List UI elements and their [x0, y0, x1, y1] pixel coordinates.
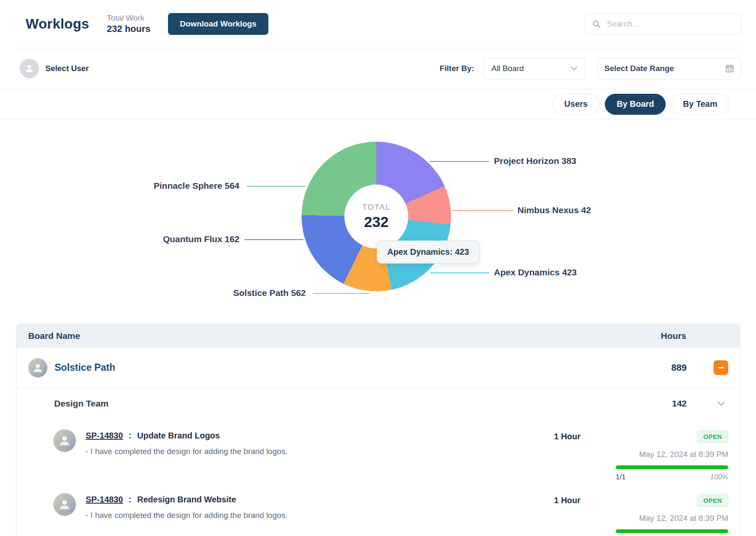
item-meta: 1 Hour OPEN May 12, 2024 at 8:39 PM 1/1 …	[554, 429, 728, 481]
progress-percent: 100%	[710, 473, 728, 481]
filters-right: Filter By: All Board Select Date Range	[440, 58, 741, 79]
leader-line-nimbus-nexus	[452, 210, 513, 211]
total-work-value: 232 hours	[107, 24, 150, 34]
team-row-design-team[interactable]: Design Team 142	[16, 388, 740, 419]
download-worklogs-button[interactable]: Download Worklogs	[168, 13, 268, 35]
donut-center-value: 232	[364, 214, 388, 230]
item-hours: 1 Hour	[554, 432, 580, 441]
worklog-donut-chart: TOTAL 232 Pinnacle Sphere 564 Quantum Fl…	[0, 119, 756, 324]
person-icon	[32, 362, 44, 374]
date-range-label: Select Date Range	[604, 64, 674, 73]
progress-bar-fill	[616, 529, 728, 533]
donut[interactable]: TOTAL 232	[302, 142, 451, 291]
item-comment: - I have completed the design for adding…	[86, 511, 554, 520]
item-date: May 12, 2024 at 8:39 PM	[554, 514, 728, 523]
team-hours: 142	[653, 399, 687, 409]
team-name: Design Team	[54, 399, 653, 409]
leader-line-apex-dynamics	[430, 272, 489, 273]
item-title-line: SP-14830 : Update Brand Logos	[86, 431, 554, 441]
progress-bar	[616, 529, 728, 533]
item-main: SP-14830 : Redesign Brand Website - I ha…	[86, 493, 554, 536]
leader-line-pinnacle-sphere	[247, 186, 306, 187]
item-date: May 12, 2024 at 8:39 PM	[554, 450, 728, 459]
search-box[interactable]	[585, 13, 741, 35]
total-work-summary: Total Work 232 hours	[107, 13, 150, 34]
tab-by-board[interactable]: By Board	[605, 94, 666, 115]
status-badge: OPEN	[697, 494, 728, 507]
search-icon	[592, 19, 601, 29]
tab-users[interactable]: Users	[553, 94, 600, 115]
ticket-separator: :	[129, 431, 132, 440]
chart-label-solstice-path: Solstice Path 562	[233, 287, 306, 299]
ticket-link[interactable]: SP-14830	[86, 431, 123, 440]
item-main: SP-14830 : Update Brand Logos - I have c…	[86, 429, 554, 481]
chart-label-quantum-flux: Quantum Flux 162	[163, 233, 239, 245]
donut-center-label: TOTAL	[362, 203, 391, 212]
person-icon	[58, 497, 72, 512]
item-meta: 1 Hour OPEN May 12, 2024 at 8:39 PM 1/1 …	[554, 493, 728, 536]
user-placeholder-avatar	[20, 59, 39, 78]
leader-line-solstice-path	[313, 293, 369, 294]
collapse-team-control[interactable]	[714, 401, 728, 406]
item-comment: - I have completed the design for adding…	[86, 447, 554, 456]
item-title: Redesign Brand Website	[137, 495, 236, 504]
worklog-item: SP-14830 : Update Brand Logos - I have c…	[16, 419, 740, 483]
worklog-item: SP-14830 : Redesign Brand Website - I ha…	[16, 483, 740, 536]
ticket-separator: :	[129, 495, 132, 504]
view-tabs: Users By Board By Team	[0, 89, 756, 119]
select-user-control[interactable]: Select User	[20, 59, 89, 78]
date-range-picker[interactable]: Select Date Range	[597, 58, 741, 79]
chart-tooltip: Apex Dynamics: 423	[377, 240, 480, 264]
board-filter-select[interactable]: All Board	[483, 58, 585, 79]
page-title: Worklogs	[26, 16, 89, 32]
board-hours: 889	[653, 362, 687, 373]
chevron-down-icon	[717, 401, 725, 406]
user-icon	[24, 63, 35, 74]
chart-label-pinnacle-sphere: Pinnacle Sphere 564	[154, 180, 239, 192]
minus-icon	[718, 367, 724, 368]
leader-line-project-horizon	[430, 161, 489, 162]
filter-by-label: Filter By:	[440, 64, 474, 73]
item-hours: 1 Hour	[554, 496, 580, 505]
leader-line-quantum-flux	[244, 239, 303, 240]
board-avatar	[28, 358, 47, 378]
progress-bar-fill	[616, 465, 728, 469]
item-title-line: SP-14830 : Redesign Brand Website	[86, 495, 554, 504]
calendar-icon	[725, 64, 734, 73]
column-hours: Hours	[653, 331, 686, 341]
worklog-table: Board Name Hours Solstice Path 889 Desig…	[16, 324, 740, 536]
top-header: Worklogs Total Work 232 hours Download W…	[0, 0, 756, 48]
board-name: Solstice Path	[55, 362, 653, 373]
chevron-down-icon	[571, 66, 578, 71]
progress-count: 1/1	[616, 473, 626, 481]
donut-center: TOTAL 232	[344, 185, 408, 248]
item-avatar	[53, 493, 76, 516]
board-filter-value: All Board	[491, 64, 524, 73]
tab-by-team[interactable]: By Team	[671, 94, 729, 115]
item-title: Update Brand Logos	[137, 431, 220, 440]
select-user-label: Select User	[45, 64, 89, 73]
progress-bar	[616, 465, 728, 469]
person-icon	[58, 433, 72, 448]
search-input[interactable]	[607, 19, 734, 29]
ticket-link[interactable]: SP-14830	[86, 495, 123, 504]
chart-label-project-horizon: Project Horizon 383	[494, 155, 576, 167]
filter-row: Select User Filter By: All Board Select …	[0, 48, 756, 89]
collapse-board-button[interactable]	[714, 360, 728, 375]
status-badge: OPEN	[697, 430, 728, 443]
chart-label-nimbus-nexus: Nimbus Nexus 42	[517, 204, 591, 216]
item-avatar	[53, 429, 76, 452]
board-row-solstice-path[interactable]: Solstice Path 889	[16, 348, 740, 388]
chart-label-apex-dynamics: Apex Dynamics 423	[494, 267, 577, 278]
column-board-name: Board Name	[28, 331, 653, 341]
total-work-label: Total Work	[107, 13, 150, 23]
table-header-row: Board Name Hours	[16, 324, 740, 348]
